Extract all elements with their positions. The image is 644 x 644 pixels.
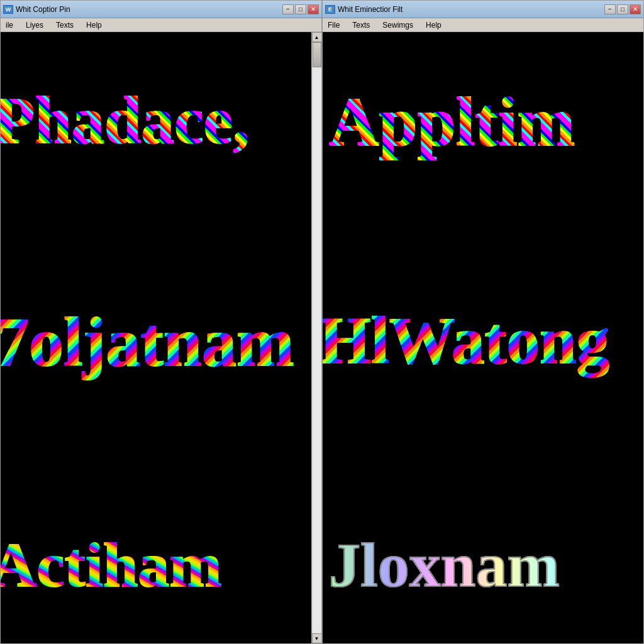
left-menu-bar: ile Liyes Texts Help — [1, 18, 321, 32]
left-window-content: Phadace, 7oljatnam Actiham ▲ ▼ — [1, 32, 321, 643]
left-menu-texts[interactable]: Texts — [53, 19, 76, 31]
left-window: W Whit Coptior Pin − □ ✕ ile Liyes Texts… — [0, 0, 322, 644]
left-text-1: Phadace, — [1, 82, 249, 158]
left-window-title: Whit Coptior Pin — [16, 5, 70, 14]
right-window-content: Appltim HlWatong Jloxnam — [323, 32, 643, 643]
left-minimize-button[interactable]: − — [282, 4, 294, 14]
left-menu-file[interactable]: ile — [3, 19, 16, 31]
right-menu-texts[interactable]: Texts — [350, 19, 372, 31]
left-scroll-thumb[interactable] — [313, 42, 321, 67]
left-scroll-up[interactable]: ▲ — [312, 32, 322, 42]
left-scroll-down[interactable]: ▼ — [312, 633, 322, 643]
right-window-title: Whit Eminectior Filt — [338, 5, 402, 14]
left-title-buttons: − □ ✕ — [282, 4, 319, 14]
right-title-buttons: − □ ✕ — [604, 4, 641, 14]
left-scrollbar[interactable]: ▲ ▼ — [311, 32, 321, 643]
right-title-bar: E Whit Eminectior Filt − □ ✕ — [323, 1, 643, 18]
right-menu-file[interactable]: File — [325, 19, 342, 31]
right-text-3: Jloxnam — [329, 529, 560, 601]
right-menu-help[interactable]: Help — [423, 19, 444, 31]
left-menu-help[interactable]: Help — [84, 19, 104, 31]
right-window-icon: E — [325, 5, 335, 14]
right-maximize-button[interactable]: □ — [617, 4, 628, 14]
right-title-left: E Whit Eminectior Filt — [325, 5, 402, 14]
left-title-left: W Whit Coptior Pin — [3, 5, 70, 14]
left-text-2: 7oljatnam — [1, 303, 294, 382]
left-scroll-track[interactable] — [313, 42, 321, 633]
left-title-bar: W Whit Coptior Pin − □ ✕ — [1, 1, 321, 18]
right-menu-sewimgs[interactable]: Sewimgs — [380, 19, 416, 31]
left-text-3: Actiham — [1, 529, 222, 601]
left-close-button[interactable]: ✕ — [308, 4, 319, 14]
left-maximize-button[interactable]: □ — [295, 4, 306, 14]
right-window: E Whit Eminectior Filt − □ ✕ File Texts … — [322, 0, 644, 644]
right-text-2: HlWatong — [323, 303, 609, 379]
right-minimize-button[interactable]: − — [604, 4, 616, 14]
left-menu-liyes[interactable]: Liyes — [23, 19, 46, 31]
right-menu-bar: File Texts Sewimgs Help — [323, 18, 643, 32]
right-text-1: Appltim — [329, 82, 575, 162]
right-close-button[interactable]: ✕ — [630, 4, 641, 14]
left-window-icon: W — [3, 5, 13, 14]
